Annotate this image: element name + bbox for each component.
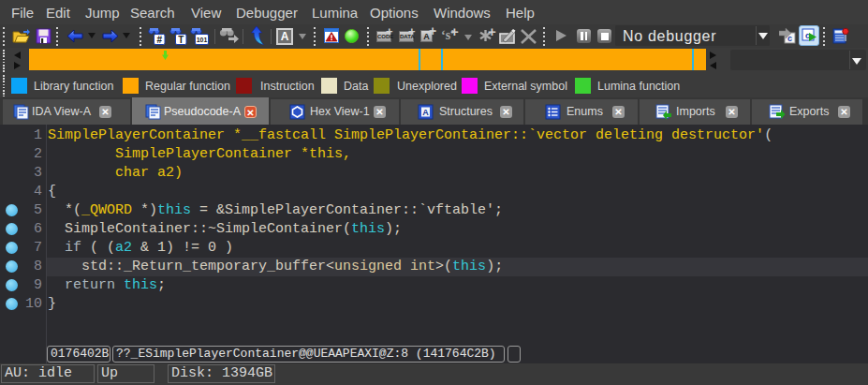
svg-text:T: T <box>178 35 184 45</box>
svg-text:#: # <box>156 35 162 45</box>
svg-text:101: 101 <box>197 37 208 43</box>
svg-text:A: A <box>422 108 429 117</box>
